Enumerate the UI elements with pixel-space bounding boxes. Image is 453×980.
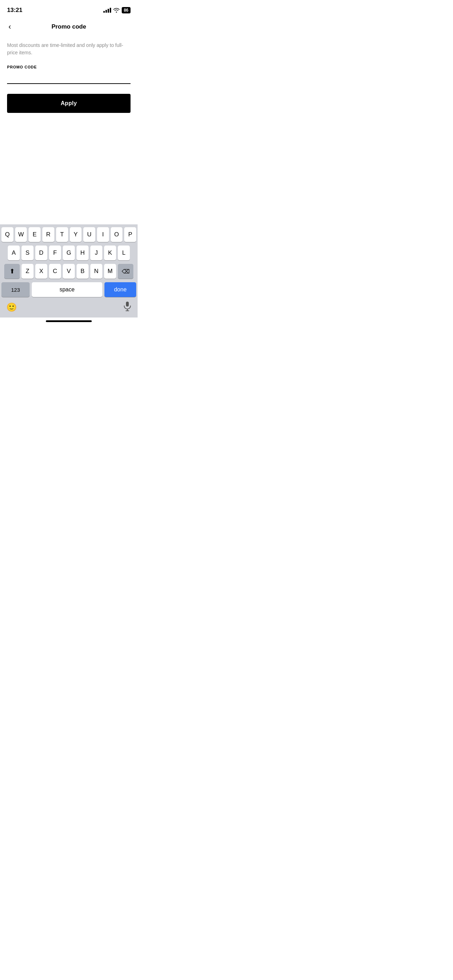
apply-button-label: Apply xyxy=(61,100,77,106)
status-time: 13:21 xyxy=(7,7,22,14)
emoji-key[interactable]: 🙂 xyxy=(6,302,17,312)
key-p[interactable]: P xyxy=(124,227,136,242)
promo-code-field-container: PROMO CODE xyxy=(7,65,130,94)
key-t[interactable]: T xyxy=(56,227,68,242)
key-d[interactable]: D xyxy=(35,245,47,260)
battery-level: 86 xyxy=(124,8,129,13)
key-w[interactable]: W xyxy=(15,227,27,242)
space-key-label: space xyxy=(60,286,75,293)
key-i[interactable]: I xyxy=(97,227,109,242)
microphone-icon xyxy=(124,301,131,311)
promo-code-input[interactable] xyxy=(7,72,130,84)
done-key[interactable]: done xyxy=(105,282,136,297)
back-button[interactable]: ‹ xyxy=(6,21,14,33)
key-n[interactable]: N xyxy=(90,264,102,279)
content-spacer xyxy=(0,119,138,224)
key-c[interactable]: C xyxy=(49,264,61,279)
signal-bar-3 xyxy=(108,9,109,13)
microphone-key[interactable] xyxy=(124,301,131,313)
keyboard-extras: 🙂 xyxy=(2,299,136,316)
signal-bar-1 xyxy=(103,11,105,13)
key-v[interactable]: V xyxy=(63,264,75,279)
key-a[interactable]: A xyxy=(8,245,20,260)
page-title: Promo code xyxy=(51,23,86,30)
key-r[interactable]: R xyxy=(42,227,54,242)
key-q[interactable]: Q xyxy=(2,227,13,242)
done-key-label: done xyxy=(114,286,127,293)
key-l[interactable]: L xyxy=(118,245,130,260)
numbers-key[interactable]: 123 xyxy=(2,282,30,297)
battery-indicator: 86 xyxy=(122,7,130,13)
keyboard: Q W E R T Y U I O P A S D F G H J K L ⬆ … xyxy=(0,224,138,318)
keyboard-row-2: A S D F G H J K L xyxy=(2,245,136,260)
key-s[interactable]: S xyxy=(22,245,33,260)
key-y[interactable]: Y xyxy=(70,227,82,242)
keyboard-row-4: 123 space done xyxy=(2,282,136,297)
key-g[interactable]: G xyxy=(63,245,75,260)
signal-bars-icon xyxy=(103,8,111,13)
space-key[interactable]: space xyxy=(32,282,102,297)
key-x[interactable]: X xyxy=(35,264,47,279)
key-h[interactable]: H xyxy=(76,245,89,260)
promo-code-label: PROMO CODE xyxy=(7,65,130,69)
key-b[interactable]: B xyxy=(76,264,89,279)
description-text: Most discounts are time-limited and only… xyxy=(7,41,130,56)
numbers-key-label: 123 xyxy=(11,287,20,293)
keyboard-row-1: Q W E R T Y U I O P xyxy=(2,227,136,242)
key-m[interactable]: M xyxy=(104,264,116,279)
key-u[interactable]: U xyxy=(83,227,95,242)
key-z[interactable]: Z xyxy=(22,264,33,279)
home-indicator xyxy=(46,320,92,322)
signal-bar-4 xyxy=(110,8,111,13)
main-content: Most discounts are time-limited and only… xyxy=(0,36,138,119)
delete-key[interactable]: ⌫ xyxy=(118,264,134,279)
key-f[interactable]: F xyxy=(49,245,61,260)
key-e[interactable]: E xyxy=(29,227,41,242)
key-k[interactable]: K xyxy=(104,245,116,260)
key-j[interactable]: J xyxy=(90,245,102,260)
shift-key[interactable]: ⬆ xyxy=(4,264,20,279)
status-bar: 13:21 86 xyxy=(0,0,138,18)
keyboard-row-3: ⬆ Z X C V B N M ⌫ xyxy=(2,264,136,279)
key-o[interactable]: O xyxy=(111,227,123,242)
wifi-icon xyxy=(113,8,119,13)
apply-button[interactable]: Apply xyxy=(7,94,130,113)
back-chevron-icon: ‹ xyxy=(8,22,11,32)
svg-rect-0 xyxy=(126,302,129,307)
signal-bar-2 xyxy=(105,10,107,13)
status-icons: 86 xyxy=(103,7,130,13)
nav-header: ‹ Promo code xyxy=(0,18,138,36)
